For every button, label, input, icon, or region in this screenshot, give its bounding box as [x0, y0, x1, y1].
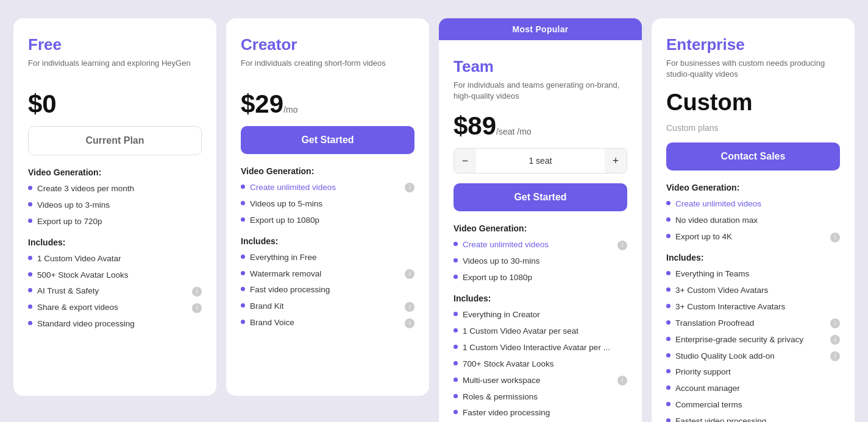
- feature-text: Export up to 720p: [37, 216, 102, 228]
- feature-item: Translation Proofreadi: [666, 318, 840, 329]
- plan-price-period: /seat /mo: [496, 127, 532, 136]
- feature-text: Everything in Free: [250, 252, 317, 264]
- feature-text: 1 Custom Video Avatar per seat: [463, 326, 578, 337]
- plan-price: $29: [241, 90, 283, 118]
- feature-item: Fast video processing: [241, 284, 414, 296]
- video-gen-features-enterprise: Create unlimited videos No video duratio…: [666, 199, 840, 243]
- feature-item: 500+ Stock Avatar Looks: [28, 270, 202, 281]
- feature-item: 1 Custom Video Avatar per seat: [454, 326, 627, 337]
- feature-dot: [28, 321, 32, 325]
- feature-dot: [454, 258, 458, 262]
- feature-item: Fastest video processing: [666, 416, 840, 422]
- includes-title-creator: Includes:: [241, 236, 414, 246]
- feature-item: Commercial terms: [666, 399, 840, 411]
- plan-price-period: /mo: [283, 105, 297, 114]
- includes-features-creator: Everything in Free Watermark removali Fa…: [241, 252, 414, 329]
- info-icon[interactable]: i: [192, 287, 202, 297]
- feature-dot: [28, 288, 32, 292]
- feature-dot: [666, 271, 671, 275]
- feature-item-inner: Enterprise-grade security & privacyi: [675, 334, 840, 346]
- info-icon[interactable]: i: [830, 233, 840, 242]
- feature-text: Share & export videos: [37, 302, 118, 314]
- feature-dot: [666, 369, 671, 373]
- feature-item-inner: Create unlimited videos: [675, 199, 840, 210]
- feature-item: Export up to 4Ki: [666, 231, 840, 243]
- info-icon[interactable]: i: [617, 376, 627, 385]
- feature-link: Create unlimited videos: [250, 182, 336, 194]
- video-gen-features-creator: Create unlimited videosi Videos up to 5-…: [241, 182, 414, 227]
- feature-item: Watermark removali: [241, 269, 414, 280]
- seat-increment-button[interactable]: +: [605, 149, 627, 173]
- enterprise-cta-button[interactable]: Contact Sales: [666, 142, 840, 171]
- feature-item-inner: Roles & permissions: [463, 392, 627, 403]
- feature-item: Videos up to 3-mins: [28, 200, 202, 211]
- info-icon[interactable]: i: [405, 183, 414, 192]
- feature-item: Create unlimited videosi: [454, 239, 627, 251]
- feature-dot: [241, 320, 245, 324]
- popular-wrapper: Most Popular Team For individuals and te…: [439, 18, 642, 422]
- free-cta-button[interactable]: Current Plan: [28, 126, 202, 155]
- info-icon[interactable]: i: [405, 318, 414, 328]
- feature-dot: [666, 385, 671, 390]
- info-icon[interactable]: i: [405, 302, 414, 312]
- feature-dot: [454, 328, 458, 332]
- feature-dot: [241, 201, 245, 205]
- feature-item-inner: Multi-user workspacei: [463, 375, 627, 387]
- feature-dot: [454, 275, 458, 279]
- plan-wrapper-free: Free For individuals learning and explor…: [13, 18, 216, 396]
- feature-dot: [454, 312, 458, 316]
- plan-card-free: Free For individuals learning and explor…: [13, 18, 216, 396]
- feature-item-inner: Commercial terms: [675, 399, 840, 411]
- info-icon[interactable]: i: [617, 241, 627, 250]
- feature-item-inner: Account manager: [675, 383, 840, 395]
- info-icon[interactable]: i: [830, 335, 840, 345]
- feature-item: Multi-user workspacei: [454, 375, 627, 387]
- feature-dot: [666, 287, 671, 292]
- feature-item-inner: Export up to 4Ki: [675, 231, 840, 243]
- feature-text: Export up to 1080p: [463, 272, 532, 284]
- feature-dot: [28, 304, 32, 309]
- plan-price: $89: [454, 111, 496, 140]
- feature-item-inner: 1 Custom Video Avatar: [37, 253, 202, 265]
- info-icon[interactable]: i: [405, 269, 414, 279]
- feature-text: Create 3 videos per month: [37, 183, 134, 195]
- feature-item: AI Trust & Safetyi: [28, 286, 202, 297]
- video-gen-features-team: Create unlimited videosi Videos up to 30…: [454, 239, 627, 284]
- feature-dot: [28, 272, 32, 276]
- team-cta-button[interactable]: Get Started: [454, 183, 627, 211]
- plan-price: Custom: [666, 90, 752, 115]
- plan-title-free: Free: [28, 35, 202, 54]
- feature-dot: [666, 320, 671, 325]
- feature-item-inner: 1 Custom Video Interactive Avatar per ..…: [463, 342, 627, 354]
- plan-subtitle-free: For individuals learning and exploring H…: [28, 58, 202, 80]
- creator-cta-button[interactable]: Get Started: [241, 126, 414, 154]
- feature-text: Brand Kit: [250, 301, 284, 312]
- plan-wrapper-creator: Creator For individuals creating short-f…: [226, 18, 429, 396]
- info-icon[interactable]: i: [192, 303, 202, 313]
- info-icon[interactable]: i: [830, 351, 840, 361]
- feature-text: Export up to 4K: [675, 231, 732, 243]
- feature-dot: [241, 185, 245, 189]
- feature-item: Export up to 720p: [28, 216, 202, 228]
- feature-text: Enterprise-grade security & privacy: [675, 334, 803, 346]
- plan-title-creator: Creator: [241, 35, 414, 54]
- feature-text: Fast video processing: [250, 284, 330, 296]
- feature-dot: [666, 337, 671, 341]
- feature-item: 1 Custom Video Interactive Avatar per ..…: [454, 342, 627, 354]
- feature-dot: [28, 256, 32, 260]
- feature-item-inner: Everything in Free: [250, 252, 414, 264]
- feature-item: Account manager: [666, 383, 840, 395]
- includes-title-free: Includes:: [28, 237, 202, 247]
- plan-wrapper-enterprise: Enterprise For businesses with custom ne…: [652, 18, 855, 422]
- feature-item-inner: Create 3 videos per month: [37, 183, 202, 195]
- seat-decrement-button[interactable]: −: [454, 149, 476, 173]
- feature-item-inner: Standard video processing: [37, 318, 202, 330]
- feature-item-inner: Fastest video processing: [675, 416, 840, 422]
- info-icon[interactable]: i: [830, 318, 840, 328]
- feature-item-inner: Faster video processing: [463, 407, 627, 419]
- custom-plans-label: Custom plans: [666, 123, 840, 133]
- feature-item: Create unlimited videos: [666, 199, 840, 210]
- feature-item-inner: Share & export videosi: [37, 302, 202, 314]
- feature-item-inner: 3+ Custom Interactive Avatars: [675, 301, 840, 313]
- feature-item: Priority support: [666, 367, 840, 378]
